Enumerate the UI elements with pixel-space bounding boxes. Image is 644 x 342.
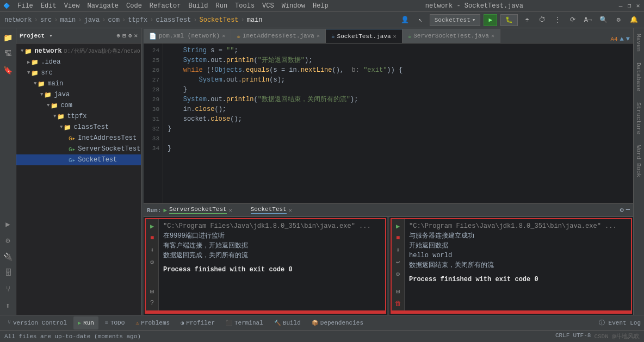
search-button[interactable]: 🔍 — [597, 14, 609, 26]
bottom-tab-build[interactable]: 🔨 Build — [270, 316, 305, 329]
database-tab[interactable]: Database — [634, 57, 644, 97]
event-log-label[interactable]: ⓘ Event Log — [599, 319, 641, 327]
help-icon[interactable]: ? — [147, 299, 157, 308]
rerun-icon[interactable]: ▶ — [147, 221, 157, 231]
tree-item-inetaddresstest[interactable]: G▸ InetAddressTest — [16, 133, 141, 144]
run-p1-close[interactable]: ✕ — [229, 207, 232, 214]
run-config-selector[interactable]: SocketTest ▾ — [430, 14, 481, 26]
git-sidebar-icon[interactable]: ⑂ — [1, 282, 15, 296]
settings-console-icon[interactable]: ⚙ — [147, 257, 157, 267]
notification-button[interactable]: 🔔 — [628, 14, 640, 26]
coverage-button[interactable]: ☂ — [521, 14, 533, 26]
tab-sockettest[interactable]: ☕ SocketTest.java ✕ — [326, 29, 403, 43]
breadcrumb-sockettest[interactable]: SocketTest — [200, 16, 239, 24]
tab-sockettest-close[interactable]: ✕ — [393, 33, 397, 40]
bottom-tab-problems[interactable]: ⚠ Problems — [131, 316, 174, 329]
error-down-icon[interactable]: ▼ — [626, 35, 630, 43]
socket-stop-icon[interactable]: ■ — [393, 233, 403, 243]
tab-serversockettest[interactable]: ☕ ServerSocketTest.java ✕ — [403, 29, 500, 43]
tab-inetaddress-close[interactable]: ✕ — [317, 33, 320, 39]
tree-settings-icon[interactable]: ⚙ — [128, 32, 132, 39]
breadcrumb-com[interactable]: com — [108, 16, 120, 24]
code-content[interactable]: String s = ""; System.out.println("开始返回数… — [163, 43, 633, 203]
project-icon[interactable]: 📁 — [1, 30, 15, 45]
tab-pom-close[interactable]: ✕ — [222, 33, 225, 39]
tab-inetaddress[interactable]: ☕ InetAddressTest.java ✕ — [231, 29, 326, 43]
more-run-button[interactable]: ⋮ — [552, 14, 564, 26]
fold-icon[interactable]: ⊟ — [147, 287, 157, 296]
vcs-update-button[interactable]: ⟳ — [567, 14, 579, 26]
structure-icon[interactable]: 🏗 — [1, 47, 15, 61]
tree-item-com[interactable]: ▼ 📁 com — [16, 100, 141, 111]
minimize-button[interactable]: — — [617, 2, 624, 10]
settings-sidebar-icon[interactable]: ⚙ — [1, 233, 15, 247]
project-panel-dropdown[interactable]: ▾ — [49, 32, 53, 39]
run-button[interactable]: ▶ — [484, 14, 497, 26]
breadcrumb-main-method[interactable]: main — [247, 16, 263, 24]
bottom-tab-profiler[interactable]: ◑ Profiler — [176, 316, 219, 329]
run-p2-close[interactable]: ✕ — [289, 207, 292, 214]
menu-tools[interactable]: Tools — [232, 1, 258, 11]
socket-console-output[interactable]: "C:\Program Files\Java\jdk1.8.0_351\bin\… — [405, 219, 631, 310]
menu-run[interactable]: Run — [212, 1, 231, 11]
breadcrumb-classtest[interactable]: classTest — [156, 16, 191, 24]
breadcrumb-main[interactable]: main — [60, 16, 76, 24]
tree-item-java[interactable]: ▼ 📁 java — [16, 89, 141, 100]
tab-pom[interactable]: 📄 pom.xml (network) ✕ — [144, 29, 231, 43]
tree-item-ttpfx[interactable]: ▼ 📁 ttpfx — [16, 111, 141, 122]
cursor-icon[interactable]: ↖ — [414, 14, 426, 26]
socket-wrap-icon[interactable]: ↩ — [393, 257, 403, 267]
bottom-tab-dependencies[interactable]: 📦 Dependencies — [307, 316, 368, 329]
socket-trash-icon[interactable]: 🗑 — [393, 299, 403, 308]
encoding[interactable]: UTF-8 — [573, 332, 591, 340]
menu-build[interactable]: Build — [185, 1, 211, 11]
line-ending[interactable]: CRLF — [555, 332, 569, 340]
structure-right-tab[interactable]: Structure — [634, 97, 644, 140]
socket-fold-icon[interactable]: ⊟ — [393, 287, 403, 296]
tree-item-classtest[interactable]: ▼ 📁 classTest — [16, 122, 141, 133]
breadcrumb-ttpfx[interactable]: ttpfx — [128, 16, 147, 24]
tab-serversockettest-close[interactable]: ✕ — [491, 33, 494, 39]
socket-scroll-icon[interactable]: ⬇ — [393, 245, 403, 255]
stop-icon[interactable]: ■ — [147, 233, 157, 243]
panels-splitter[interactable] — [387, 217, 389, 315]
maximize-button[interactable]: ❐ — [626, 2, 633, 10]
menu-window[interactable]: Window — [278, 1, 308, 11]
translate-button[interactable]: A→ — [582, 14, 594, 26]
scope-icon[interactable]: ⊕ — [117, 32, 121, 39]
run-minimize-icon[interactable]: — — [626, 206, 630, 214]
tree-item-root[interactable]: ▼ 📁 network D:/代码/Java核心卷2/network — [16, 46, 141, 57]
tree-item-main[interactable]: ▼ 📁 main — [16, 78, 141, 89]
menu-navigate[interactable]: Navigate — [84, 1, 122, 11]
settings-button[interactable]: ⚙ — [612, 14, 624, 26]
menu-edit[interactable]: Edit — [38, 1, 60, 11]
profile-icon[interactable]: 👤 — [399, 14, 411, 26]
error-up-icon[interactable]: ▲ — [620, 35, 624, 43]
bottom-tab-todo[interactable]: ≡ TODO — [101, 316, 129, 329]
plugins-sidebar-icon[interactable]: 🔌 — [1, 250, 15, 264]
socket-settings-icon[interactable]: ⚙ — [393, 269, 403, 279]
menu-help[interactable]: Help — [309, 1, 332, 11]
menu-refactor[interactable]: Refactor — [146, 1, 184, 11]
menu-view[interactable]: View — [61, 1, 83, 11]
bottom-tab-terminal[interactable]: ⬛ Terminal — [221, 316, 268, 329]
server-console-output[interactable]: "C:\Program Files\Java\jdk1.8.0_351\bin\… — [159, 219, 385, 310]
menu-vcs[interactable]: VCS — [259, 1, 277, 11]
push-sidebar-icon[interactable]: ⬆ — [1, 299, 15, 313]
profile-run-button[interactable]: ⏱ — [536, 14, 548, 26]
bookmarks-icon[interactable]: 🔖 — [1, 63, 15, 77]
bottom-tab-vcs[interactable]: ⑂ Version Control — [3, 316, 71, 329]
breadcrumb-src[interactable]: src — [40, 16, 52, 24]
wordbook-tab[interactable]: Word Book — [634, 140, 644, 183]
scroll-to-end-icon[interactable]: ⬇ — [147, 245, 157, 255]
menu-code[interactable]: Code — [123, 1, 145, 11]
tree-item-sockettest[interactable]: G▸ SocketTest — [16, 154, 141, 165]
menu-file[interactable]: File — [14, 1, 36, 11]
maven-tab[interactable]: Maven — [634, 28, 644, 57]
tree-collapse-icon[interactable]: ⊟ — [122, 32, 126, 39]
tree-item-src[interactable]: ▼ 📁 src — [16, 67, 141, 78]
tree-item-idea[interactable]: ▶ 📁 .idea — [16, 57, 141, 67]
tree-close-icon[interactable]: ✕ — [134, 32, 138, 39]
breadcrumb-java[interactable]: java — [84, 16, 100, 24]
run-settings-icon[interactable]: ⚙ — [620, 206, 624, 214]
